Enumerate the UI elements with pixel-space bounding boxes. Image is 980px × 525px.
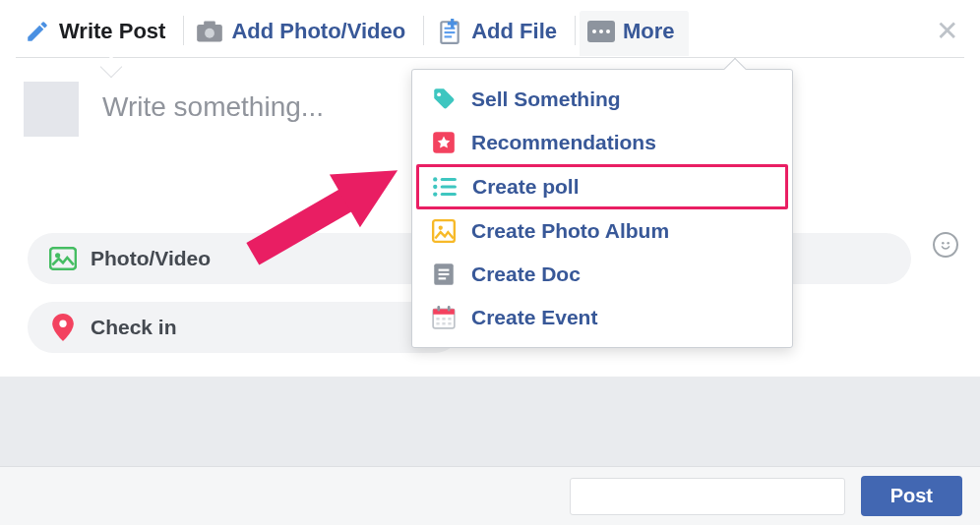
svg-point-11 — [606, 29, 610, 33]
tab-label: More — [623, 19, 675, 44]
svg-rect-38 — [436, 318, 439, 321]
post-button[interactable]: Post — [861, 476, 962, 516]
svg-rect-43 — [448, 322, 451, 325]
pencil-icon — [24, 18, 51, 45]
star-badge-icon — [430, 129, 458, 156]
doc-icon — [430, 261, 458, 288]
list-icon — [431, 173, 459, 201]
dd-label: Create poll — [472, 175, 580, 199]
tab-label: Write Post — [59, 19, 165, 44]
svg-point-10 — [599, 29, 603, 33]
svg-rect-37 — [448, 306, 451, 311]
svg-point-24 — [433, 185, 437, 189]
svg-rect-40 — [448, 318, 451, 321]
svg-point-9 — [592, 29, 596, 33]
pill-photo-video[interactable]: Photo/Video — [28, 233, 460, 284]
emoji-picker-icon[interactable] — [933, 232, 958, 258]
tab-add-photo-video[interactable]: Add Photo/Video — [188, 10, 419, 57]
tab-separator — [183, 16, 184, 45]
pill-check-in[interactable]: Check in — [28, 302, 460, 353]
svg-point-15 — [55, 253, 60, 258]
svg-rect-6 — [445, 35, 453, 37]
composer-dialog: Write Post Add Photo/Video Add File — [0, 0, 980, 525]
tab-separator — [575, 16, 576, 45]
file-plus-icon — [436, 18, 463, 45]
dd-label: Sell Something — [471, 88, 621, 111]
svg-point-22 — [433, 177, 437, 181]
svg-point-2 — [205, 29, 214, 38]
composer-footer: Post — [0, 466, 980, 525]
album-icon — [430, 217, 458, 245]
dd-create-event[interactable]: Create Event — [412, 296, 792, 339]
pill-label: Photo/Video — [91, 247, 211, 270]
dd-label: Recommendations — [471, 131, 656, 154]
pill-label: Check in — [91, 316, 177, 339]
svg-rect-1 — [205, 22, 216, 28]
audience-selector[interactable] — [570, 478, 845, 515]
tab-add-file[interactable]: Add File — [428, 10, 571, 57]
svg-rect-23 — [441, 178, 457, 181]
dd-label: Create Event — [471, 306, 597, 329]
dd-label: Create Photo Album — [471, 219, 669, 243]
svg-rect-35 — [433, 309, 455, 314]
svg-rect-5 — [445, 31, 456, 33]
tab-separator — [423, 16, 424, 45]
svg-rect-32 — [439, 273, 450, 275]
svg-rect-25 — [441, 185, 457, 188]
ellipsis-icon — [587, 21, 615, 42]
svg-rect-31 — [439, 269, 450, 271]
svg-point-20 — [437, 92, 441, 96]
calendar-icon — [430, 304, 458, 331]
location-pin-icon — [49, 314, 77, 341]
close-icon[interactable]: ✕ — [936, 18, 958, 45]
camera-icon — [196, 18, 223, 45]
svg-point-12 — [942, 242, 945, 245]
tab-label: Add Photo/Video — [231, 19, 405, 44]
composer-tabs: Write Post Add Photo/Video Add File — [0, 0, 980, 57]
dd-create-photo-album[interactable]: Create Photo Album — [412, 209, 792, 253]
svg-rect-42 — [442, 322, 445, 325]
svg-point-26 — [433, 192, 437, 196]
svg-rect-8 — [448, 22, 458, 25]
dd-recommendations[interactable]: Recommendations — [412, 121, 792, 164]
more-dropdown: Sell Something Recommendations Create po… — [411, 69, 793, 348]
svg-point-19 — [59, 321, 66, 327]
svg-rect-14 — [50, 248, 76, 269]
tab-label: Add File — [471, 19, 557, 44]
dd-sell-something[interactable]: Sell Something — [412, 78, 792, 121]
svg-rect-27 — [441, 193, 457, 196]
svg-point-13 — [947, 242, 949, 245]
svg-rect-41 — [436, 322, 439, 325]
tag-icon — [430, 86, 458, 113]
tab-write-post[interactable]: Write Post — [16, 10, 179, 57]
dd-create-poll[interactable]: Create poll — [416, 164, 788, 209]
dd-create-doc[interactable]: Create Doc — [412, 253, 792, 296]
svg-rect-33 — [439, 277, 447, 279]
svg-point-29 — [439, 226, 443, 230]
dd-label: Create Doc — [471, 262, 581, 286]
avatar — [24, 82, 79, 137]
svg-rect-39 — [442, 318, 445, 321]
svg-rect-36 — [438, 306, 441, 311]
photo-icon — [49, 245, 77, 272]
tab-more[interactable]: More — [580, 11, 689, 56]
